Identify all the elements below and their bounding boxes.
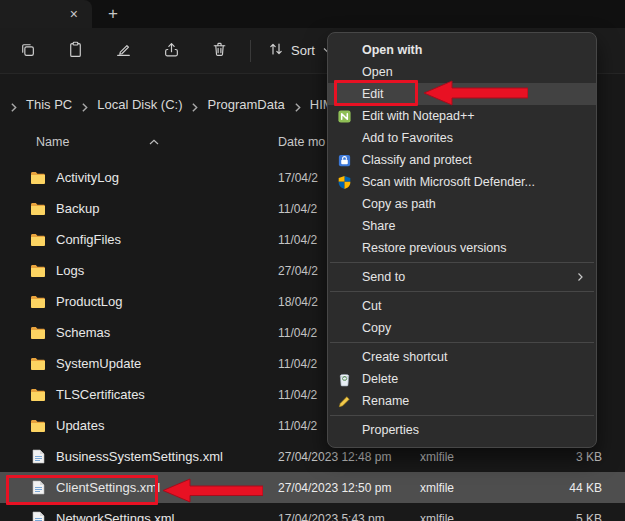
recycle-bin-icon xyxy=(337,372,362,387)
file-name: Schemas xyxy=(56,325,110,340)
sort-icon xyxy=(268,41,284,60)
menu-item-classify-and-protect[interactable]: Classify and protect xyxy=(328,149,596,171)
menu-item-share[interactable]: Share xyxy=(328,215,596,237)
menu-item-restore-previous-versions[interactable]: Restore previous versions xyxy=(328,237,596,259)
menu-item-send-to[interactable]: Send to xyxy=(328,266,596,288)
folder-icon xyxy=(30,388,46,402)
tab-bar: × + xyxy=(0,0,625,28)
breadcrumb-item-local-disk[interactable]: Local Disk (C:) xyxy=(90,97,189,113)
menu-item-create-shortcut[interactable]: Create shortcut xyxy=(328,346,596,368)
submenu-chevron-icon xyxy=(576,272,584,282)
menu-separator xyxy=(330,262,594,263)
menu-item-label: Delete xyxy=(362,372,398,386)
folder-icon xyxy=(30,357,46,371)
name-cell: ConfigFiles xyxy=(0,232,278,247)
file-name: ActivityLog xyxy=(56,170,119,185)
classify-protect-icon xyxy=(337,153,362,168)
copy-icon xyxy=(19,41,36,61)
notepadpp-icon xyxy=(337,109,362,124)
menu-item-label: Cut xyxy=(362,299,381,313)
menu-item-label: Send to xyxy=(362,270,405,284)
xml-file-icon xyxy=(30,449,46,464)
menu-separator xyxy=(330,291,594,292)
menu-item-properties[interactable]: Properties xyxy=(328,419,596,441)
file-size: 44 KB xyxy=(540,481,620,495)
menu-item-label: Copy xyxy=(362,321,391,335)
defender-shield-icon xyxy=(337,175,362,190)
file-size: 5 KB xyxy=(540,512,620,521)
menu-item-label: Classify and protect xyxy=(362,153,472,167)
share-icon xyxy=(163,41,180,61)
chevron-right-icon xyxy=(79,102,90,113)
file-date: 17/04/2023 5:43 pm xyxy=(278,512,420,521)
toolbar-divider xyxy=(250,40,251,62)
tab-close-icon[interactable]: × xyxy=(70,7,78,21)
file-type: xmlfile xyxy=(420,450,540,464)
menu-item-label: Restore previous versions xyxy=(362,241,507,255)
chevron-right-icon xyxy=(189,102,200,113)
rename-button[interactable] xyxy=(104,35,142,67)
column-name-label: Name xyxy=(36,135,69,149)
file-date: 27/04/2023 12:50 pm xyxy=(278,481,420,495)
file-name: Logs xyxy=(56,263,84,278)
menu-item-label: Share xyxy=(362,219,395,233)
name-cell: NetworkSettings.xml xyxy=(0,511,278,521)
copy-button[interactable] xyxy=(8,35,46,67)
file-name: Updates xyxy=(56,418,104,433)
breadcrumb-item-programdata[interactable]: ProgramData xyxy=(200,97,291,113)
menu-item-edit-with-notepadpp[interactable]: Edit with Notepad++ xyxy=(328,105,596,127)
file-name: SystemUpdate xyxy=(56,356,141,371)
menu-item-copy-as-path[interactable]: Copy as path xyxy=(328,193,596,215)
table-row[interactable]: NetworkSettings.xml 17/04/2023 5:43 pm x… xyxy=(0,503,625,521)
menu-item-delete[interactable]: Delete xyxy=(328,368,596,390)
folder-icon xyxy=(30,326,46,340)
menu-item-rename[interactable]: Rename xyxy=(328,390,596,412)
explorer-tab[interactable]: × xyxy=(0,0,92,28)
folder-icon xyxy=(30,295,46,309)
new-tab-button[interactable]: + xyxy=(98,0,128,28)
name-cell: Logs xyxy=(0,263,278,278)
chevron-right-icon xyxy=(8,102,19,113)
annotation-arrow-edit xyxy=(424,80,528,106)
file-date: 27/04/2023 12:48 pm xyxy=(278,450,420,464)
column-header-name[interactable]: Name xyxy=(0,135,278,149)
menu-item-add-to-favorites[interactable]: Add to Favorites xyxy=(328,127,596,149)
name-cell: SystemUpdate xyxy=(0,356,278,371)
menu-item-cut[interactable]: Cut xyxy=(328,295,596,317)
file-name: Backup xyxy=(56,201,99,216)
file-size: 3 KB xyxy=(540,450,620,464)
share-button[interactable] xyxy=(152,35,190,67)
file-name: ProductLog xyxy=(56,294,123,309)
file-name: TLSCertificates xyxy=(56,387,145,402)
name-cell: ProductLog xyxy=(0,294,278,309)
name-cell: Updates xyxy=(0,418,278,433)
rename-icon xyxy=(115,41,132,61)
chevron-right-icon xyxy=(292,102,303,113)
folder-icon xyxy=(30,202,46,216)
xml-file-icon xyxy=(30,511,46,521)
annotation-rect-edit xyxy=(334,80,418,106)
name-cell: ActivityLog xyxy=(0,170,278,185)
menu-item-copy[interactable]: Copy xyxy=(328,317,596,339)
menu-separator xyxy=(330,342,594,343)
menu-item-label: Open xyxy=(362,65,393,79)
menu-item-open-with[interactable]: Open with xyxy=(328,39,596,61)
name-cell: TLSCertificates xyxy=(0,387,278,402)
menu-item-scan-with-defender[interactable]: Scan with Microsoft Defender... xyxy=(328,171,596,193)
delete-button[interactable] xyxy=(200,35,238,67)
file-name: ConfigFiles xyxy=(56,232,121,247)
sort-label: Sort xyxy=(291,43,315,58)
rename-pencil-icon xyxy=(337,394,362,409)
name-cell: Backup xyxy=(0,201,278,216)
paste-icon xyxy=(67,41,84,61)
file-type: xmlfile xyxy=(420,512,540,521)
paste-button[interactable] xyxy=(56,35,94,67)
menu-item-label: Add to Favorites xyxy=(362,131,453,145)
annotation-arrow-clientsettings xyxy=(163,477,263,504)
folder-icon xyxy=(30,171,46,185)
menu-item-label: Open with xyxy=(362,43,422,57)
menu-item-label: Copy as path xyxy=(362,197,436,211)
folder-icon xyxy=(30,264,46,278)
breadcrumb-item-this-pc[interactable]: This PC xyxy=(19,97,79,113)
menu-item-label: Properties xyxy=(362,423,419,437)
